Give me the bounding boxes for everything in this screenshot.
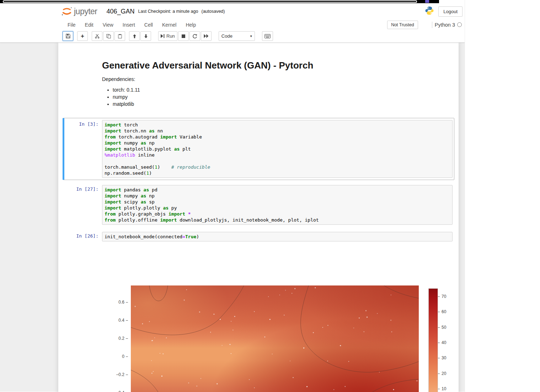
command-palette-button[interactable] [262,31,273,41]
menu-item-cell[interactable]: Cell [140,21,157,29]
arrow-down-icon [144,34,148,38]
run-button-label: Run [166,33,175,39]
menu-item-edit[interactable]: Edit [80,21,98,29]
move-cell-up-button[interactable] [129,31,140,41]
notebook-title[interactable]: 406_GAN [107,8,135,15]
menu-item-view[interactable]: View [98,21,118,29]
colorbar-tick-label: 20 [442,371,446,376]
cell-prompt: In [26]: [66,232,102,241]
code-line: torch.manual_seed(1) # reproducible [105,164,450,170]
code-line: import pandas as pd [105,187,450,193]
colorbar-tick-mark [438,389,440,389]
logout-button[interactable]: Logout [438,6,463,17]
y-tick-label: −0.4 [116,390,124,392]
cell-type-select[interactable]: Code ▾ [219,31,255,41]
dependency-item: matplotlib [113,100,444,108]
stop-icon [182,34,185,38]
y-tick-mark [126,302,128,303]
browser-window: jupyter 406_GAN Last Checkpoint: a minut… [0,0,465,392]
kernel-name: Python 3 [435,22,455,28]
colorbar-tick-mark [438,343,440,343]
cell-prompt: In [3]: [66,120,102,178]
jupyter-logo-text: jupyter [74,7,97,16]
colorbar-tick-label: 50 [442,325,446,330]
menu-item-help[interactable]: Help [181,21,201,29]
paste-cell-button[interactable] [114,31,125,41]
plot-output: 0.60.40.20−0.2−0.4 [58,283,459,392]
paste-icon [118,34,122,39]
cell-prompt: In [27]: [66,185,102,225]
toolbar: + [0,30,465,43]
y-tick-label: 0 [122,354,124,359]
colorbar-tick-mark [438,312,440,312]
run-icon [161,34,165,38]
dependency-item: numpy [113,93,444,100]
y-tick-label: 0.2 [118,336,124,341]
colorbar-tick-mark [438,327,440,328]
run-button[interactable]: Run [158,31,177,41]
menubar-separator [432,22,432,28]
heatmap-svg[interactable] [131,285,419,392]
menu-item-file[interactable]: File [63,21,80,29]
colorbar-tick-mark [438,296,440,297]
kernel-idle-icon [457,22,462,27]
dependencies-label: Dependencies: [102,76,444,82]
colorbar-tick-label: 40 [442,340,446,345]
cell-type-value: Code [221,33,232,39]
dependency-item: torch: 0.1.11 [113,86,444,93]
y-tick-label: 0.6 [118,300,124,305]
code-line: import numpy as np [105,140,450,146]
cell-input[interactable]: import pandas as pdimport numpy as npimp… [102,185,453,225]
cell-code: import pandas as pdimport numpy as npimp… [105,187,450,223]
notebook-page: Generative Adversarial Network (GAN) - P… [0,43,465,392]
code-cell[interactable]: In [3]:import torchimport torch.nn as nn… [63,118,454,180]
browser-url-bar[interactable] [3,0,417,3]
code-line: import matplotlib.pyplot as plt [105,146,450,152]
code-line: %matplotlib inline [105,152,450,158]
y-tick-mark [126,320,128,321]
keyboard-icon [264,34,271,38]
autosave-status: (autosaved) [201,9,225,14]
cells: In [3]:import torchimport torch.nn as nn… [58,118,459,244]
jupyter-logo-icon [61,6,73,16]
cut-cell-button[interactable] [92,31,102,41]
colorbar-ticks: 70605040302010 [438,288,452,392]
colorbar [428,288,438,392]
dependencies-list: torch: 0.1.11numpymatplotlib [113,86,444,108]
y-tick-mark [126,338,128,339]
menubar: FileEditViewInsertCellKernelHelp Not Tru… [0,20,465,30]
menu-item-kernel[interactable]: Kernel [157,21,181,29]
extension-icon[interactable] [425,0,429,3]
y-tick-label: 0.4 [118,318,124,323]
cell-input[interactable]: import torchimport torch.nn as nnfrom to… [102,120,453,178]
code-cell[interactable]: In [26]:init_notebook_mode(connected=Tru… [63,230,454,244]
code-line: import torch.nn as nn [105,128,450,134]
code-line: np.random.seed(1) [105,170,450,176]
code-line: from plotly.graph_objs import * [105,211,450,217]
add-cell-button[interactable]: + [77,31,88,41]
y-tick-mark [126,356,128,357]
restart-kernel-button[interactable] [189,31,200,41]
code-line: import plotly.plotly as py [105,205,450,211]
menu-item-insert[interactable]: Insert [118,21,140,29]
browser-top-strip [0,0,439,3]
markdown-cell[interactable]: Generative Adversarial Network (GAN) - P… [58,60,459,108]
interrupt-kernel-button[interactable] [178,31,189,41]
jupyter-logo[interactable]: jupyter [61,6,97,16]
cell-input[interactable]: init_notebook_mode(connected=True) [102,232,453,241]
cell-code: import torchimport torch.nn as nnfrom to… [105,122,450,176]
save-button[interactable] [63,31,73,41]
y-tick-mark [126,375,128,375]
code-cell[interactable]: In [27]:import pandas as pdimport numpy … [63,183,454,227]
not-trusted-button[interactable]: Not Trusted [387,21,418,29]
restart-run-all-button[interactable] [201,31,212,41]
code-line: from torch.autograd import Variable [105,134,450,140]
menu-items: FileEditViewInsertCellKernelHelp [63,21,201,29]
copy-cell-button[interactable] [103,31,114,41]
code-line: init_notebook_mode(connected=True) [105,234,450,240]
save-icon [66,34,70,38]
colorbar-tick-mark [438,374,440,374]
code-line: import torch [105,122,450,128]
move-cell-down-button[interactable] [140,31,151,41]
colorbar-tick-label: 60 [442,309,446,314]
